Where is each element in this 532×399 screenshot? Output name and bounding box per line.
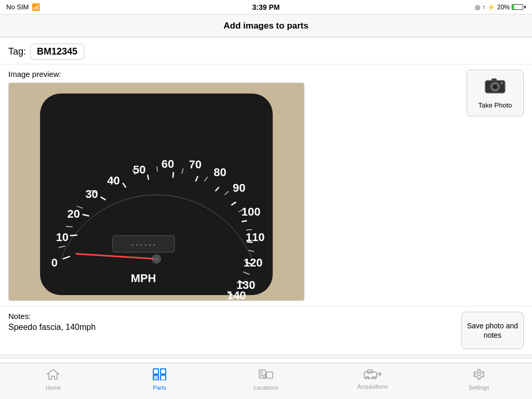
settings-icon [473, 368, 485, 382]
svg-rect-59 [153, 375, 158, 380]
svg-rect-61 [259, 370, 265, 378]
section-divider [0, 354, 532, 358]
camera-icon [485, 77, 506, 98]
nav-bar: Add images to parts [0, 15, 532, 37]
battery-indicator [512, 4, 526, 10]
wifi-icon: 📶 [32, 3, 40, 11]
home-icon [46, 368, 60, 382]
image-preview-label: Image preview: [8, 70, 458, 78]
signal-icon: ↑ [482, 4, 485, 11]
status-bar: No SIM 📶 3:39 PM ◎ ↑ ⚡ 20% [0, 0, 532, 15]
svg-point-54 [493, 84, 498, 89]
tab-settings[interactable]: Settings [425, 368, 532, 393]
status-time: 3:39 PM [252, 3, 280, 11]
svg-text:------: ------ [130, 241, 156, 249]
take-photo-button[interactable]: Take Photo [467, 70, 524, 116]
locations-icon [258, 368, 274, 382]
svg-line-3 [70, 235, 77, 236]
svg-line-38 [157, 166, 157, 171]
tab-acquisitions-label: Acquisitions [357, 383, 388, 390]
save-button[interactable]: Save photo and notes [461, 312, 524, 349]
svg-text:60: 60 [162, 157, 174, 170]
svg-rect-65 [263, 375, 265, 378]
tab-acquisitions[interactable]: Acquisitions [319, 369, 425, 392]
notes-label: Notes: [8, 312, 453, 321]
tag-row: Tag: BM12345 [0, 37, 532, 64]
svg-text:90: 90 [233, 181, 245, 194]
svg-rect-57 [153, 369, 158, 374]
tab-bar: Home Parts Locations [0, 363, 532, 399]
tab-parts-label: Parts [153, 384, 166, 391]
image-preview-container: 0 10 20 30 40 50 60 70 80 90 100 110 120… [8, 83, 304, 301]
svg-text:20: 20 [68, 207, 80, 220]
svg-text:10: 10 [56, 231, 69, 244]
svg-text:30: 30 [85, 188, 98, 201]
svg-line-8 [173, 172, 174, 178]
svg-text:100: 100 [242, 205, 261, 218]
svg-line-33 [66, 227, 73, 227]
svg-text:110: 110 [246, 231, 265, 244]
tab-home-label: Home [46, 384, 61, 391]
take-photo-label: Take Photo [478, 101, 512, 109]
battery-percent: 20% [497, 4, 510, 11]
tab-home[interactable]: Home [0, 368, 107, 393]
carrier-text: No SIM [6, 3, 29, 11]
image-preview-col: Image preview: [8, 70, 458, 301]
svg-text:MPH: MPH [131, 272, 156, 285]
svg-rect-60 [161, 375, 166, 380]
svg-text:120: 120 [244, 256, 263, 269]
svg-text:70: 70 [189, 158, 201, 171]
svg-text:0: 0 [51, 256, 58, 269]
tab-parts[interactable]: Parts [107, 368, 213, 393]
speedometer-image: 0 10 20 30 40 50 60 70 80 90 100 110 120… [9, 83, 304, 300]
svg-rect-62 [267, 372, 273, 378]
svg-rect-63 [261, 371, 262, 373]
tab-settings-label: Settings [469, 384, 489, 391]
svg-point-51 [153, 256, 159, 262]
tag-label: Tag: [8, 46, 26, 57]
notes-section: Notes: Speedo fascia, 140mph Save photo … [0, 307, 532, 354]
tag-value: BM12345 [30, 44, 84, 60]
image-section: Image preview: [0, 64, 532, 307]
svg-rect-55 [491, 78, 497, 81]
nav-title: Add images to parts [223, 21, 308, 31]
svg-line-43 [246, 230, 252, 230]
bluetooth-icon: ⚡ [487, 4, 495, 11]
notes-col: Notes: Speedo fascia, 140mph [8, 312, 453, 332]
svg-text:140: 140 [227, 289, 246, 300]
tab-locations-label: Locations [254, 384, 278, 391]
tab-locations[interactable]: Locations [213, 368, 320, 393]
location-icon: ◎ [475, 4, 480, 11]
notes-text: Speedo fascia, 140mph [8, 323, 453, 332]
svg-point-70 [477, 373, 481, 376]
main-content: Tag: BM12345 Image preview: [0, 37, 532, 363]
svg-point-56 [501, 82, 503, 84]
svg-text:80: 80 [214, 166, 226, 179]
acquisitions-icon [364, 369, 381, 381]
svg-rect-58 [161, 369, 166, 374]
svg-rect-64 [261, 375, 262, 376]
parts-icon [152, 368, 167, 382]
svg-rect-67 [367, 370, 373, 373]
